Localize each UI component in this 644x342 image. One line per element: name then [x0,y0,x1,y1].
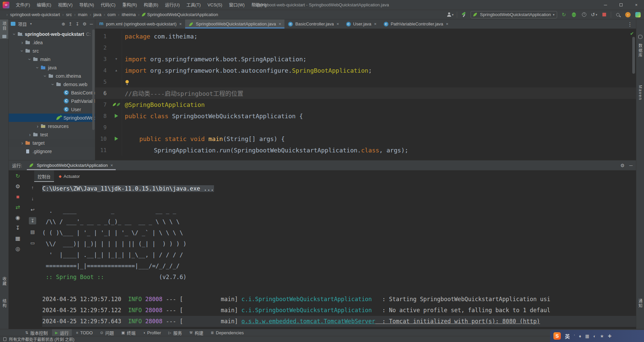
run-toolbar-icon[interactable]: ⚙ [15,184,20,190]
tab-console[interactable]: 控制台 [34,170,54,182]
breadcrumb-item-class[interactable]: › SpringbootWebQuickstartApplication [136,12,218,17]
code-line[interactable]: 4 import org.springframework.boot.autoco… [95,65,636,76]
tree-row[interactable]: src [9,47,95,55]
code-line[interactable]: 9 [95,122,636,133]
close-icon[interactable]: × [374,21,377,26]
tool-window-button[interactable]: ⇅ 版本控制 [22,329,51,336]
menu-item[interactable]: 编辑(E) [34,0,54,10]
tree-row[interactable]: java [9,63,95,72]
menu-item[interactable]: 运行(U) [162,0,183,10]
editor-tab[interactable]: User.java × [342,19,380,28]
console-gutter-icon[interactable]: ▤ [29,228,36,235]
breadcrumb-item[interactable]: ›com [101,12,116,17]
chevron-down-icon[interactable]: ▾ [30,22,32,25]
ime-tool-icon[interactable]: ♦ [579,334,581,339]
menu-item[interactable]: 帮助(H) [248,0,269,10]
gear-icon[interactable]: ⚙ [83,21,87,26]
tree-arrow-icon[interactable] [19,40,25,45]
tree-arrow-icon[interactable] [35,124,41,129]
minimize-button[interactable]: ─ [598,0,613,10]
editor-tab[interactable]: BasicController.java × [284,19,342,28]
tree-arrow-icon[interactable] [19,48,25,54]
console-gutter-icon[interactable]: ↑ [29,184,36,191]
ime-language-mode[interactable]: 英 [565,333,570,340]
locate-file-icon[interactable]: ⊕ [61,21,65,26]
tool-window-button[interactable]: ▶ 运行 [52,329,71,336]
tree-row[interactable]: test [9,130,95,139]
gutter-icon[interactable] [111,53,122,65]
run-toolbar-icon[interactable]: ↧ [15,225,20,231]
gutter-icon[interactable] [111,87,122,99]
scrollbar[interactable] [632,37,635,74]
run-toolbar-icon[interactable]: ⇄ [15,204,20,210]
menu-item[interactable]: 构建(B) [141,0,161,10]
close-button[interactable]: × [629,0,644,10]
menu-item[interactable]: 工具(T) [183,0,204,10]
tree-row[interactable]: PathVariableController [9,97,95,105]
update-project-icon[interactable]: ↑ [625,11,631,18]
console-gutter-icon[interactable]: ▭ [29,239,36,247]
tree-row[interactable]: demos.web [9,80,95,88]
ime-tool-icon[interactable]: ▦ [585,334,589,339]
gear-icon[interactable]: ⚙ [621,163,625,168]
tool-window-button[interactable]: ◑ Profiler [140,329,164,336]
breadcrumb-item[interactable]: ›itheima [116,12,136,17]
expand-all-icon[interactable]: ↥ [68,21,72,26]
close-icon[interactable]: × [179,21,182,26]
run-config-select[interactable]: SpringbootWebQuickstartApplication ▾ [471,11,557,18]
editor-tab[interactable]: SpringbootWebQuickstartApplication.java … [185,19,285,28]
code-line[interactable]: 3 import org.springframework.boot.Spring… [95,53,636,65]
tree-arrow-icon[interactable] [42,73,48,79]
console-gutter-icon[interactable]: ↓ [29,195,36,202]
breadcrumb-item[interactable]: ›src [60,12,72,17]
code-line[interactable]: 5 [95,76,636,87]
hide-panel-icon[interactable]: ─ [629,163,633,168]
ime-tool-icon[interactable]: ’ [574,334,575,339]
ime-tool-icon[interactable]: ★ [600,334,604,339]
breadcrumb-item[interactable]: ›java [87,12,101,17]
tree-arrow-icon[interactable] [27,132,33,137]
tree-row[interactable]: .gitignore [9,147,95,155]
gutter-icon[interactable] [111,42,122,53]
gutter-icon[interactable] [111,65,122,76]
project-panel-title[interactable]: 项目 [18,21,27,27]
code-line[interactable]: 6 //启动类----启动springboot工程的位置 [95,87,636,99]
profiler-button[interactable] [581,11,587,18]
menu-item[interactable]: 窗口(W) [226,0,248,10]
tree-row[interactable]: springboot-web-quickstart C: [9,30,95,38]
console-gutter-icon[interactable]: ↧ [29,217,36,224]
build-hammer-icon[interactable] [461,11,467,18]
tool-stripe-item[interactable]: 数据库 [637,42,643,60]
close-icon[interactable]: × [110,163,113,168]
editor-tab[interactable]: pom.xml (springboot-web-quickstart) × [95,19,185,28]
run-toolbar-icon[interactable]: ◉ [15,215,20,221]
tree-row[interactable]: main [9,55,95,63]
tree-arrow-icon[interactable] [27,57,33,62]
tree-row[interactable]: User [9,105,95,114]
breadcrumb-item[interactable]: ›springboot-web-quickstart [4,12,60,17]
tree-row[interactable]: BasicController [9,88,95,97]
gutter-icon[interactable] [111,144,122,156]
gradient-plugin-icon[interactable] [635,11,641,18]
tool-stripe-item[interactable]: 结构 [1,297,7,310]
run-toolbar-icon[interactable]: ↻ [15,173,20,179]
close-icon[interactable]: × [446,21,448,26]
gutter-icon[interactable] [111,122,122,133]
code-line[interactable]: 11 SpringApplication.run(SpringbootWebQu… [95,144,636,156]
tree-row[interactable]: .idea [9,38,95,47]
console-gutter-icon[interactable]: ↩ [29,206,36,213]
tree-row[interactable]: SpringbootWebQuickstartApplication [9,114,95,122]
menu-item[interactable]: 代码(C) [98,0,118,10]
menu-item[interactable]: 视图(V) [55,0,75,10]
tool-window-button[interactable]: ≣ Dependencies [208,329,247,336]
search-everywhere-icon[interactable] [614,11,621,18]
tree-row[interactable]: resources [9,122,95,130]
tool-stripe-item[interactable]: 收藏 [1,275,7,288]
menu-item[interactable]: 重构(R) [119,0,140,10]
gutter-icon[interactable] [111,30,122,42]
menu-item[interactable]: 文件(F) [13,0,33,10]
gutter-icon[interactable] [111,99,122,110]
code-line[interactable]: 10 public static void main(String[] args… [95,133,636,144]
editor-tab[interactable]: PathVariableController.java × [380,19,452,28]
inspections-ok-icon[interactable]: ✔ [630,31,634,36]
